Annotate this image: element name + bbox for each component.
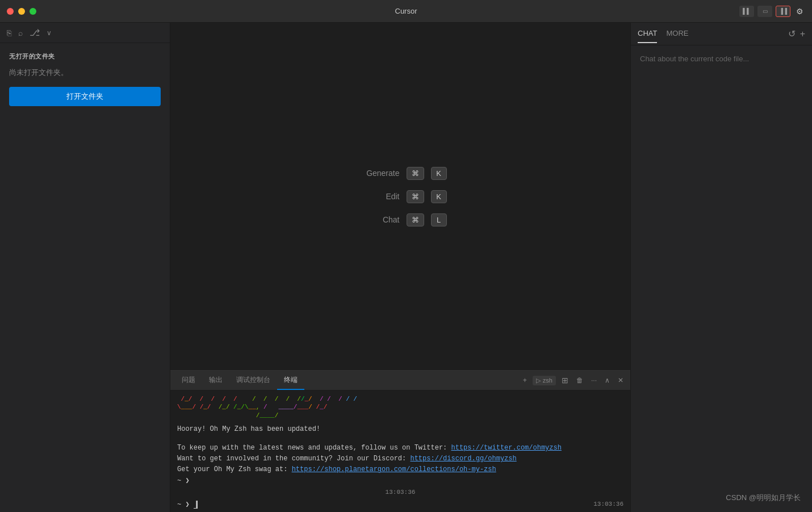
terminal-panel: 问题 输出 调试控制台 终端 + ▷ zsh ⊞ 🗑 ··· ∧ ✕ xyxy=(170,370,630,512)
chat-key1: ⌘ xyxy=(407,213,424,226)
chat-key2: L xyxy=(431,213,447,226)
chat-header: CHAT MORE ↺ + xyxy=(631,23,812,45)
edit-key2: K xyxy=(431,190,447,203)
shortcut-edit: Edit ⌘ K xyxy=(354,190,447,203)
tab-more[interactable]: MORE xyxy=(666,24,688,43)
chat-history-button[interactable]: ↺ xyxy=(788,28,796,39)
sidebar-empty-text: 尚未打开文件夹。 xyxy=(9,68,161,78)
close-button[interactable] xyxy=(7,8,14,15)
split-terminal-button[interactable]: ⊞ xyxy=(559,375,571,386)
close-panel-button[interactable]: ✕ xyxy=(616,375,626,385)
maximize-button[interactable] xyxy=(30,8,36,15)
git-icon[interactable]: ⎇ xyxy=(30,27,40,38)
tab-terminal[interactable]: 终端 xyxy=(277,371,304,390)
chat-add-button[interactable]: + xyxy=(800,29,805,39)
titlebar: Cursor ▌▌ ▭ ▐▐ ⚙ xyxy=(0,0,812,23)
sidebar: ⎘ ⌕ ⎇ ∨ 无打开的文件夹 尚未打开文件夹。 打开文件夹 xyxy=(0,23,170,512)
generate-label: Generate xyxy=(354,169,400,178)
terminal-twitter-line: To keep up with the latest news and upda… xyxy=(177,443,623,454)
chat-panel: CHAT MORE ↺ + Chat about the current cod… xyxy=(630,23,812,512)
edit-label: Edit xyxy=(354,192,400,201)
editor-main: Generate ⌘ K Edit ⌘ K Chat ⌘ L xyxy=(170,23,630,370)
tab-chat[interactable]: CHAT xyxy=(638,24,657,43)
main-layout: ⎘ ⌕ ⎇ ∨ 无打开的文件夹 尚未打开文件夹。 打开文件夹 Generate … xyxy=(0,23,812,512)
terminal-discord-line: Want to get involved in the community? J… xyxy=(177,454,623,464)
terminal-timestamp-bottom: 13:03:36 xyxy=(593,501,623,507)
terminal-shell-button[interactable]: ▷ zsh xyxy=(533,376,556,385)
editor-area: Generate ⌘ K Edit ⌘ K Chat ⌘ L 问题 xyxy=(170,23,630,512)
tab-output[interactable]: 输出 xyxy=(202,371,229,390)
sidebar-toolbar: ⎘ ⌕ ⎇ ∨ xyxy=(0,23,170,43)
generate-key2: K xyxy=(431,167,447,180)
shortcut-generate: Generate ⌘ K xyxy=(354,167,447,180)
chat-label: Chat xyxy=(354,215,400,224)
chat-body: Chat about the current code file... xyxy=(631,45,812,512)
app-title: Cursor xyxy=(395,7,417,15)
search-icon[interactable]: ⌕ xyxy=(18,28,23,37)
shop-link[interactable]: https://shop.planetargon.com/collections… xyxy=(292,465,496,473)
terminal-shell-label: zsh xyxy=(543,377,553,384)
layout-icon-3[interactable]: ▐▐ xyxy=(776,6,790,17)
tab-problems[interactable]: 问题 xyxy=(175,371,202,390)
more-options-button[interactable]: ··· xyxy=(589,375,599,385)
collapse-panel-button[interactable]: ∧ xyxy=(602,375,612,385)
terminal-bottom-row: ~ ❯ ▋ 13:03:36 xyxy=(177,498,623,511)
terminal-shop-line: Get your Oh My Zsh swag at: https://shop… xyxy=(177,464,623,475)
ascii-art: /_/ / / / / / / / / //_/ / / / / / \___/… xyxy=(177,395,623,419)
generate-key1: ⌘ xyxy=(407,167,424,180)
copy-icon[interactable]: ⎘ xyxy=(7,28,11,37)
terminal-tab-actions: + ▷ zsh ⊞ 🗑 ··· ∧ ✕ xyxy=(521,371,626,390)
open-folder-button[interactable]: 打开文件夹 xyxy=(9,87,161,106)
terminal-hooray-text: Hooray! Oh My Zsh has been updated! xyxy=(177,424,623,435)
discord-link[interactable]: https://discord.gg/ohmyzsh xyxy=(410,455,516,463)
chat-header-actions: ↺ + xyxy=(788,28,805,39)
chevron-down-icon[interactable]: ∨ xyxy=(47,29,52,37)
terminal-timestamp-mid: 13:03:36 xyxy=(177,489,623,496)
editor-shortcuts: Generate ⌘ K Edit ⌘ K Chat ⌘ L xyxy=(354,167,447,226)
terminal-cursor-prompt: ~ ❯ ▋ xyxy=(177,500,198,509)
settings-icon[interactable]: ⚙ xyxy=(794,6,805,17)
window-controls xyxy=(7,8,36,15)
new-terminal-button[interactable]: + xyxy=(521,375,529,385)
titlebar-right-actions: ▌▌ ▭ ▐▐ ⚙ xyxy=(739,6,805,17)
watermark: CSDN @明明如月学长 xyxy=(726,493,801,503)
layout-icon-2[interactable]: ▭ xyxy=(757,6,772,17)
twitter-link[interactable]: https://twitter.com/ohmyzsh xyxy=(451,444,561,452)
sidebar-content: 无打开的文件夹 尚未打开文件夹。 打开文件夹 xyxy=(0,43,170,512)
minimize-button[interactable] xyxy=(18,8,25,15)
terminal-prompt-line: ~ ❯ xyxy=(177,476,623,486)
terminal-body[interactable]: /_/ / / / / / / / / //_/ / / / / / \___/… xyxy=(170,391,630,512)
shortcut-chat: Chat ⌘ L xyxy=(354,213,447,226)
tab-debug-console[interactable]: 调试控制台 xyxy=(229,371,277,390)
terminal-tabs: 问题 输出 调试控制台 终端 + ▷ zsh ⊞ 🗑 ··· ∧ ✕ xyxy=(170,371,630,391)
chat-placeholder-text: Chat about the current code file... xyxy=(640,54,803,63)
edit-key1: ⌘ xyxy=(407,190,424,203)
sidebar-section-title: 无打开的文件夹 xyxy=(9,52,161,61)
layout-icon-1[interactable]: ▌▌ xyxy=(739,6,754,17)
terminal-run-icon: ▷ xyxy=(536,377,541,384)
delete-terminal-button[interactable]: 🗑 xyxy=(574,375,585,385)
